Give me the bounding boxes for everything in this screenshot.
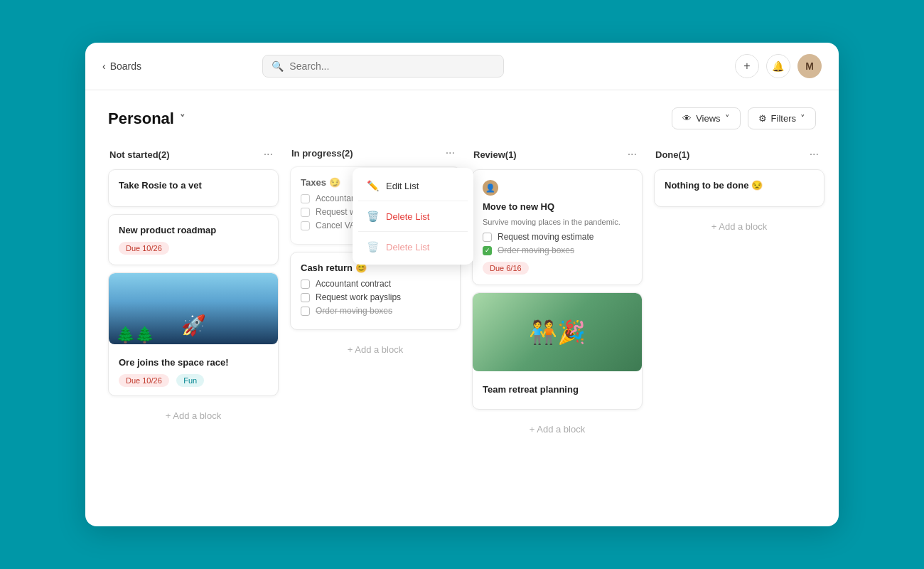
search-icon: 🔍	[272, 60, 284, 72]
column-done: Done(1) ··· Nothing to be done 😒 + Add a…	[654, 147, 824, 239]
item-text-strikethrough: Order moving boxes	[498, 245, 574, 255]
item-text: Accountant contract	[316, 279, 391, 289]
item-text-strikethrough: Order moving boxes	[316, 306, 392, 316]
card-move-hq[interactable]: 👤 Move to new HQ Survive moving places i…	[472, 169, 643, 285]
trash-icon-2: 🗑️	[367, 241, 379, 252]
column-not-started: Not started(2) ··· Take Rosie to a vet N…	[108, 147, 279, 428]
add-block-done[interactable]: + Add a block	[654, 214, 824, 239]
top-actions: + 🔔 M	[735, 54, 822, 78]
add-block-in-progress[interactable]: + Add a block	[290, 337, 461, 362]
column-menu-done[interactable]: ···	[805, 147, 823, 162]
filter-icon: ⚙	[758, 113, 767, 124]
search-bar: 🔍	[262, 55, 504, 78]
filters-button[interactable]: ⚙ Filters ˅	[748, 107, 816, 129]
card-ore-space[interactable]: Ore joins the space race! Due 10/26 Fun	[108, 272, 279, 396]
card-title: Team retreat planning	[483, 384, 632, 395]
card-user-avatar: 👤	[483, 180, 498, 196]
column-in-progress: In progress(2) ··· ✏️ Edit List 🗑️ Delet…	[290, 147, 461, 362]
add-block-review[interactable]: + Add a block	[472, 417, 643, 442]
menu-separator-2	[358, 231, 468, 232]
column-menu-in-progress[interactable]: ···	[441, 145, 459, 160]
app-window: ‹ Boards 🔍 + 🔔 M Personal ˅ 👁 Views ˅ ⚙	[85, 43, 839, 526]
rocket-image	[109, 273, 278, 344]
board-header-actions: 👁 Views ˅ ⚙ Filters ˅	[672, 107, 816, 129]
card-take-rosie[interactable]: Take Rosie to a vet	[108, 169, 279, 207]
trash-icon: 🗑️	[367, 211, 379, 222]
item-text: Request work payslips	[316, 292, 401, 302]
back-button[interactable]: ‹ Boards	[102, 60, 141, 72]
checkbox[interactable]	[301, 307, 310, 316]
board-title-text: Personal	[108, 110, 174, 128]
chevron-down-icon: ˅	[725, 113, 730, 124]
checkbox[interactable]	[301, 194, 310, 203]
card-team-retreat[interactable]: 🧑‍🤝‍🧑🎉 Team retreat planning	[472, 292, 643, 410]
column-review: Review(1) ··· 👤 Move to new HQ Survive m…	[472, 147, 643, 442]
checklist-item: Accountant contract	[301, 279, 450, 289]
menu-separator	[358, 201, 468, 201]
chevron-down-icon: ˅	[180, 113, 185, 124]
chevron-down-icon: ˅	[800, 113, 805, 124]
filters-label: Filters	[771, 113, 796, 124]
edit-icon: ✏️	[367, 180, 379, 191]
column-header-in-progress: In progress(2) ··· ✏️ Edit List 🗑️ Delet…	[290, 147, 461, 159]
board-header: Personal ˅ 👁 Views ˅ ⚙ Filters ˅	[85, 90, 839, 141]
tag-due: Due 10/26	[119, 242, 169, 255]
search-input[interactable]	[289, 60, 495, 72]
checklist-item: Order moving boxes	[301, 306, 450, 316]
eye-icon: 👁	[682, 113, 692, 124]
board-title[interactable]: Personal ˅	[108, 110, 185, 128]
column-title-review: Review(1)	[473, 149, 517, 160]
checkbox[interactable]	[301, 208, 310, 217]
card-title: Take Rosie to a vet	[119, 180, 268, 191]
views-label: Views	[696, 113, 720, 124]
checkbox[interactable]	[301, 293, 310, 302]
delete-list-label: Delete List	[386, 211, 429, 222]
column-title-in-progress: In progress(2)	[291, 148, 353, 159]
checkbox[interactable]	[301, 221, 310, 230]
card-title: Ore joins the space race!	[119, 357, 268, 368]
checkbox[interactable]	[483, 233, 492, 242]
top-bar: ‹ Boards 🔍 + 🔔 M	[85, 43, 839, 90]
column-title-not-started: Not started(2)	[109, 149, 170, 160]
card-title: Nothing to be done 😒	[665, 180, 814, 191]
item-text: Request moving estimate	[498, 232, 593, 242]
column-menu-review[interactable]: ···	[623, 147, 641, 162]
checkbox[interactable]	[301, 280, 310, 289]
add-block-not-started[interactable]: + Add a block	[108, 403, 279, 428]
checklist-item: ✓ Order moving boxes	[483, 245, 632, 255]
column-title-done: Done(1)	[655, 149, 689, 160]
edit-list-button[interactable]: ✏️ Edit List	[358, 174, 468, 198]
card-title: Move to new HQ	[483, 201, 632, 212]
card-description: Survive moving places in the pandemic.	[483, 218, 632, 226]
column-header-review: Review(1) ···	[472, 147, 643, 162]
context-menu: ✏️ Edit List 🗑️ Delete List 🗑️ Delete Li…	[353, 168, 473, 265]
checklist-item: Request work payslips	[301, 292, 450, 302]
delete-list-label-2: Delete List	[386, 242, 429, 252]
card-title: New product roadmap	[119, 225, 268, 235]
tag-due: Due 10/26	[119, 374, 169, 387]
card-nothing-done[interactable]: Nothing to be done 😒	[654, 169, 824, 207]
column-menu-not-started[interactable]: ···	[259, 147, 277, 162]
edit-list-label: Edit List	[386, 181, 419, 191]
delete-list-button[interactable]: 🗑️ Delete List	[358, 204, 468, 228]
back-label: Boards	[110, 60, 141, 72]
tag-fun: Fun	[176, 374, 204, 387]
add-button[interactable]: +	[735, 54, 759, 78]
chevron-left-icon: ‹	[102, 60, 106, 72]
card-product-roadmap[interactable]: New product roadmap Due 10/26	[108, 214, 279, 265]
checklist-item: Request moving estimate	[483, 232, 632, 242]
delete-list-button-2[interactable]: 🗑️ Delete List	[358, 235, 468, 259]
hq-checklist: Request moving estimate ✓ Order moving b…	[483, 232, 632, 255]
column-header-done: Done(1) ···	[654, 147, 824, 162]
tag-due: Due 6/16	[483, 262, 529, 275]
checkbox-checked[interactable]: ✓	[483, 246, 492, 255]
team-image: 🧑‍🤝‍🧑🎉	[473, 293, 642, 371]
notifications-button[interactable]: 🔔	[766, 54, 790, 78]
views-button[interactable]: 👁 Views ˅	[672, 107, 740, 129]
avatar[interactable]: M	[797, 54, 822, 78]
columns-container: Not started(2) ··· Take Rosie to a vet N…	[85, 141, 839, 464]
column-header-not-started: Not started(2) ···	[108, 147, 279, 162]
cash-checklist: Accountant contract Request work payslip…	[301, 279, 450, 316]
